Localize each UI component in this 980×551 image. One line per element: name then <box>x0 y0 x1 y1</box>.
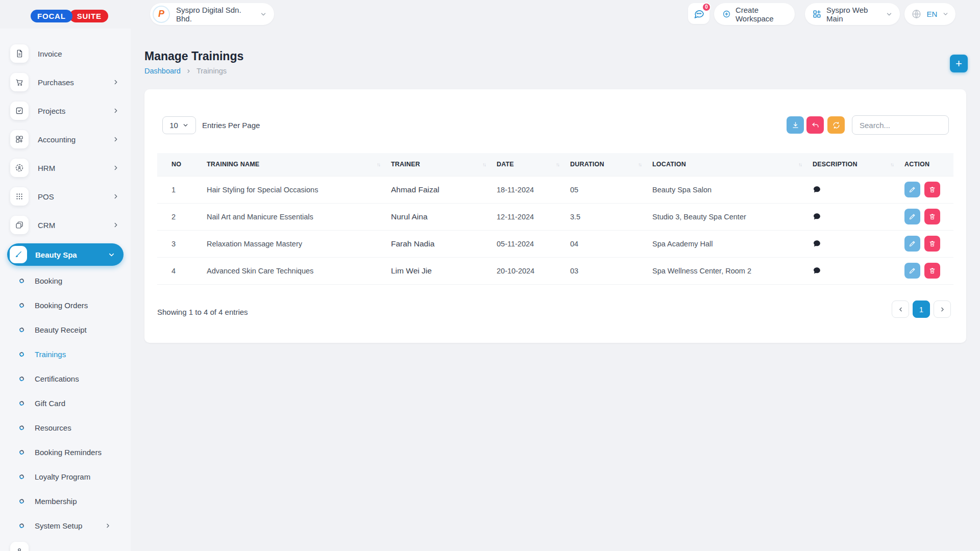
sidebar-subitem-certifications[interactable]: Certifications <box>0 366 131 391</box>
sidebar-item-label: Invoice <box>38 49 119 58</box>
chevron-right-icon <box>939 306 946 313</box>
workspace-grid-icon <box>812 9 822 19</box>
bullet-icon <box>19 327 25 333</box>
table-row: 4 Advanced Skin Care Techniques Lim Wei … <box>157 257 953 284</box>
trash-icon <box>928 186 936 193</box>
sidebar-section-label: Beauty Spa <box>35 251 108 259</box>
sidebar-subitem-label: Loyalty Program <box>35 472 131 481</box>
chevron-left-icon <box>897 306 904 313</box>
sidebar-item-label: Accounting <box>38 135 112 144</box>
add-training-button[interactable]: + <box>950 55 968 72</box>
company-selector[interactable]: P Syspro Digital Sdn. Bhd. <box>150 3 274 25</box>
table-row: 3 Relaxation Massage Mastery Farah Nadia… <box>157 230 953 257</box>
cell-training-name: Advanced Skin Care Techniques <box>207 257 391 284</box>
edit-button[interactable] <box>904 182 920 197</box>
sidebar-subitem-gift-card[interactable]: Gift Card <box>0 391 131 415</box>
sidebar-subitem-system-setup[interactable]: System Setup <box>0 513 131 538</box>
cell-trainer: Farah Nadia <box>391 230 497 257</box>
export-download-button[interactable] <box>787 116 804 134</box>
chevron-right-icon <box>112 221 119 229</box>
sidebar-item-invoice[interactable]: Invoice <box>0 39 131 68</box>
sidebar-subitem-trainings[interactable]: Trainings <box>0 342 131 366</box>
cell-trainer: Ahmad Faizal <box>391 176 497 203</box>
bullet-icon <box>19 302 25 308</box>
sidebar-subitem-booking[interactable]: Booking <box>0 268 131 293</box>
cell-date: 20-10-2024 <box>497 257 570 284</box>
sidebar-subitem-beauty-receipt[interactable]: Beauty Receipt <box>0 317 131 342</box>
refresh-icon <box>832 121 841 130</box>
cell-location: Spa Academy Hall <box>652 230 813 257</box>
sidebar-item-label: POS <box>38 192 112 201</box>
sidebar-item-beauty-spa[interactable]: Beauty Spa <box>7 243 124 266</box>
pagination-prev-button[interactable] <box>892 300 909 318</box>
sidebar-item-projects[interactable]: Projects <box>0 96 131 125</box>
breadcrumb-dashboard-link[interactable]: Dashboard <box>144 67 181 75</box>
cell-date: 12-11-2024 <box>497 203 570 230</box>
entries-per-page-select[interactable]: 10 <box>162 116 196 134</box>
column-header-location[interactable]: LOCATION <box>652 161 686 168</box>
delete-button[interactable] <box>924 209 940 224</box>
sidebar-item-hrm[interactable]: HRM <box>0 154 131 182</box>
delete-button[interactable] <box>924 182 940 197</box>
sidebar-item-crm[interactable]: CRM <box>0 211 131 239</box>
comment-icon[interactable] <box>813 185 821 194</box>
language-selector[interactable]: EN <box>904 3 955 25</box>
workspace-selector[interactable]: Syspro Web Main <box>805 3 900 25</box>
comment-icon[interactable] <box>813 266 821 275</box>
cell-description <box>813 176 904 203</box>
cell-trainer: Lim Wei Jie <box>391 257 497 284</box>
trash-icon <box>928 240 936 247</box>
undo-button[interactable] <box>806 116 824 134</box>
cell-date: 05-11-2024 <box>497 230 570 257</box>
column-header-training-name[interactable]: TRAINING NAME <box>207 161 259 168</box>
column-header-date[interactable]: DATE <box>497 161 514 168</box>
search-input[interactable] <box>852 115 949 135</box>
column-header-description[interactable]: DESCRIPTION <box>813 161 857 168</box>
column-header-duration[interactable]: DURATION <box>570 161 604 168</box>
chevron-down-icon <box>260 11 267 18</box>
pos-icon <box>10 187 29 206</box>
delete-button[interactable] <box>924 236 940 252</box>
sidebar-subitem-loyalty-program[interactable]: Loyalty Program <box>0 464 131 489</box>
pagination-page-1[interactable]: 1 <box>913 300 930 318</box>
refresh-button[interactable] <box>827 116 845 134</box>
sidebar-item-label: Purchases <box>38 78 112 87</box>
sort-icon[interactable]: ↑↓ <box>638 162 641 167</box>
edit-button[interactable] <box>904 263 920 279</box>
sidebar-subitem-booking-reminders[interactable]: Booking Reminders <box>0 440 131 464</box>
cell-training-name: Nail Art and Manicure Essentials <box>207 203 391 230</box>
create-workspace-button[interactable]: Create Workspace <box>714 3 795 25</box>
sidebar-item-accounting[interactable]: Accounting <box>0 125 131 154</box>
invoice-icon <box>10 44 29 63</box>
pagination-next-button[interactable] <box>934 300 951 318</box>
sidebar-subitem-membership[interactable]: Membership <box>0 489 131 513</box>
purchases-icon <box>10 73 29 91</box>
chevron-right-icon <box>112 136 119 143</box>
sort-icon[interactable]: ↑↓ <box>377 162 380 167</box>
sort-icon[interactable]: ↑↓ <box>482 162 485 167</box>
sidebar-item-partial[interactable] <box>0 542 131 551</box>
sidebar-subitem-booking-orders[interactable]: Booking Orders <box>0 293 131 317</box>
sort-icon[interactable]: ↑↓ <box>798 162 801 167</box>
cell-action <box>904 257 953 284</box>
cell-location: Spa Wellness Center, Room 2 <box>652 257 813 284</box>
sidebar-subitem-resources[interactable]: Resources <box>0 415 131 440</box>
edit-button[interactable] <box>904 209 920 224</box>
comment-icon[interactable] <box>813 239 821 248</box>
topbar: FOCAL SUITE P Syspro Digital Sdn. Bhd. 0… <box>0 0 980 29</box>
sidebar-item-pos[interactable]: POS <box>0 182 131 211</box>
comment-icon[interactable] <box>813 212 821 221</box>
delete-button[interactable] <box>924 263 940 279</box>
sidebar-item-purchases[interactable]: Purchases <box>0 68 131 96</box>
page-title: Manage Trainings <box>144 49 243 63</box>
globe-icon <box>911 9 922 19</box>
chat-button[interactable]: 0 <box>688 3 709 24</box>
sort-icon[interactable]: ↑↓ <box>890 162 893 167</box>
cell-no: 4 <box>157 257 207 284</box>
sidebar-subitem-label: Gift Card <box>35 399 131 408</box>
bullet-icon <box>19 449 25 455</box>
sort-icon[interactable]: ↑↓ <box>556 162 559 167</box>
cell-duration: 05 <box>570 176 652 203</box>
edit-button[interactable] <box>904 236 920 252</box>
column-header-trainer[interactable]: TRAINER <box>391 161 420 168</box>
